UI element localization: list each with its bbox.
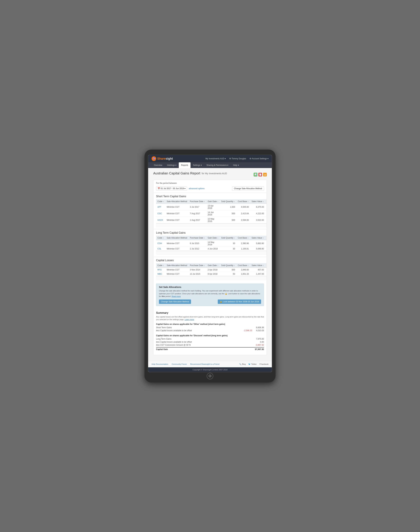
cl-col-sold-qty[interactable]: Sold Quantity	[220, 263, 237, 268]
cl-total-label	[156, 276, 265, 280]
lt-col-sold-qty[interactable]: Sold Quantity	[220, 236, 237, 240]
nav-sharing[interactable]: Sharing & Permissions ▾	[204, 162, 231, 168]
row-gain-date: 13 Apr 2018	[206, 204, 220, 210]
summary-row-stl: less Capital losses available to be offs…	[156, 329, 264, 332]
summary-row-ltg: Long Term Gains 7,975.83	[156, 337, 264, 340]
footer-facebook-link[interactable]: f Facebook	[259, 363, 269, 365]
advanced-options-link[interactable]: advanced options	[189, 187, 204, 190]
col-sold-qty[interactable]: Sold Quantity	[220, 199, 237, 204]
read-more-link[interactable]: Read more	[172, 295, 180, 297]
cl-col-cost-base[interactable]: Cost Base	[236, 263, 250, 268]
change-allocation-top-btn[interactable]: Change Sale Allocation Method	[232, 186, 264, 191]
lt-col-method: Sale Allocation Method	[165, 236, 189, 240]
filter-controls: 📅 01 Jul 2017 - 30 Jun 2018 ▾ advanced o…	[153, 186, 267, 193]
nav-help[interactable]: Help ▾	[231, 162, 241, 168]
col-gain[interactable]: Gain	[265, 199, 267, 204]
lock-btn[interactable]: 🔒 Lock between 03 Nov 2008-30 Jun 2018	[218, 300, 261, 304]
row-sales-value: 4,222.00	[250, 210, 265, 217]
lt-col-sales-val[interactable]: Sales Value	[250, 236, 265, 240]
summary-section: Summary Any capital losses are first off…	[153, 309, 267, 355]
footer-recommend-link[interactable]: Recommend Sharesight to a Friend	[190, 363, 219, 365]
col-gain-date[interactable]: Gain Date	[206, 199, 220, 204]
export-drive-icon[interactable]: ☁	[263, 173, 267, 176]
lt-col-gain[interactable]: Gain	[265, 236, 267, 240]
ltg-label: Long Term Gains	[156, 338, 251, 340]
lt-col-gain-date[interactable]: Gain Date	[206, 236, 220, 240]
row-method: Minimise CGT	[165, 272, 189, 276]
row-cost-base: 2,849.00	[236, 268, 250, 272]
logo: 🔮 Sharesight	[151, 156, 173, 161]
row-gain: 3,491.84	[265, 240, 267, 247]
summary-section2-title: Capital Gains on shares applicable for '…	[156, 334, 264, 337]
nav-reports[interactable]: Reports	[179, 162, 191, 168]
row-sales-value: 1,447.00	[250, 272, 265, 276]
row-cost-base: 1,164.81	[236, 247, 250, 251]
table-row: APT Minimise CGT 3 Jul 2017 13 Apr 2018 …	[156, 204, 267, 210]
export-excel-icon[interactable]: 📊	[254, 173, 257, 176]
summary-row-stg: Short Term Gains 6,606.36	[156, 326, 264, 329]
col-sale-method: Sale Allocation Method	[165, 199, 189, 204]
row-gain: 4,483.99	[265, 247, 267, 251]
short-term-title: Short Term Capital Gains	[153, 193, 267, 199]
summary-desc: Any capital losses are first offset agai…	[156, 316, 264, 321]
page-title-row: Australian Capital Gains Report for My I…	[153, 172, 267, 178]
row-purchase-date: 3 Jul 2017	[189, 204, 206, 210]
summary-learn-more[interactable]: Learn more	[185, 318, 194, 320]
filter-header: For the period between	[153, 180, 267, 186]
footer-community-link[interactable]: Community Forum	[172, 363, 187, 365]
stg-label: Short Term Gains	[156, 326, 251, 329]
export-pdf-icon[interactable]: 📄	[258, 173, 262, 176]
short-term-inner: Code Sale Allocation Method Purchase Dat…	[153, 199, 267, 229]
lt-col-cost-base[interactable]: Cost Base	[236, 236, 250, 240]
nav-overview[interactable]: Overview	[151, 162, 165, 168]
cl-col-purchase[interactable]: Purchase Date	[189, 263, 206, 268]
table-row: HACK Minimise CGT 1 Aug 2017 10 May 2018…	[156, 217, 267, 223]
row-gain-date: 9 Apr 2018	[206, 272, 220, 276]
power-button[interactable]: ⏻	[207, 373, 213, 379]
row-method: Minimise CGT	[165, 210, 189, 217]
top-nav-right: My Investments AUD ▾ Hi Tommy Douglas ⚙ …	[206, 158, 269, 160]
device-screen: 🔮 Sharesight My Investments AUD ▾ Hi Tom…	[148, 155, 272, 372]
cgt-val: -3,987.92	[251, 344, 264, 346]
row-method: Minimise CGT	[165, 247, 189, 251]
ltl-label: less Capital losses available to be offs…	[156, 341, 251, 343]
date-range-selector[interactable]: 📅 01 Jul 2017 - 30 Jun 2018 ▾	[156, 187, 187, 190]
cl-col-gain-date[interactable]: Gain Date	[206, 263, 220, 268]
long-term-section: Long Term Capital Gains Code Sale Alloca…	[153, 229, 267, 257]
row-purchase-date: 13 Jul 2015	[189, 272, 206, 276]
cl-col-loss[interactable]: Loss	[265, 263, 267, 268]
stg-val: 6,606.36	[251, 326, 264, 329]
nav-settings[interactable]: Settings ▾	[191, 162, 204, 168]
title-actions: 📊 📄 ☁	[254, 173, 267, 176]
footer-help-link[interactable]: Help Documentation	[151, 363, 168, 365]
row-cost-base: 1,651.33	[236, 272, 250, 276]
cl-col-sales-val[interactable]: Sales Value	[250, 263, 265, 268]
capital-losses-table: Code Sale Allocation Method Purchase Dat…	[156, 263, 267, 280]
lt-col-purchase[interactable]: Purchase Date	[189, 236, 206, 240]
col-sales-value[interactable]: Sales Value	[250, 199, 265, 204]
portfolio-dropdown[interactable]: My Investments AUD ▾	[206, 158, 226, 160]
content-area: Australian Capital Gains Report for My I…	[148, 168, 272, 361]
long-term-total-label	[156, 251, 265, 255]
capital-losses-section: Capital Losses Code Sale Allocation Meth…	[153, 257, 267, 282]
summary-row-ltl: less Capital losses available to be offs…	[156, 340, 264, 344]
cl-col-code[interactable]: Code	[156, 263, 165, 268]
set-allocations-panel: Set Sale Allocations Change the sale all…	[156, 284, 264, 306]
col-code[interactable]: Code	[156, 199, 165, 204]
nav-holdings[interactable]: Holdings ▾	[165, 162, 179, 168]
cl-col-method: Sale Allocation Method	[165, 263, 189, 268]
summary-section2: Capital Gains on shares applicable for '…	[156, 334, 264, 350]
col-purchase-date[interactable]: Purchase Date	[189, 199, 206, 204]
row-sales-value: 457.00	[250, 268, 265, 272]
long-term-header-row: Code Sale Allocation Method Purchase Dat…	[156, 236, 267, 240]
capital-losses-inner: Code Sale Allocation Method Purchase Dat…	[153, 263, 267, 282]
col-cost-base[interactable]: Cost Base	[236, 199, 250, 204]
footer-twitter-link[interactable]: 🐦 Twitter	[248, 363, 256, 365]
long-term-title: Long Term Capital Gains	[153, 229, 267, 236]
change-allocation-panel-btn[interactable]: Change Sale Allocation Method	[159, 300, 191, 304]
footer-blog-link[interactable]: 🔍 Blog	[239, 363, 246, 365]
lt-col-code[interactable]: Code	[156, 236, 165, 240]
logo-icon: 🔮	[151, 156, 156, 161]
account-settings-link[interactable]: ⚙ Account Settings ▾	[250, 158, 269, 160]
row-cost-base: 2,413.64	[236, 210, 250, 217]
